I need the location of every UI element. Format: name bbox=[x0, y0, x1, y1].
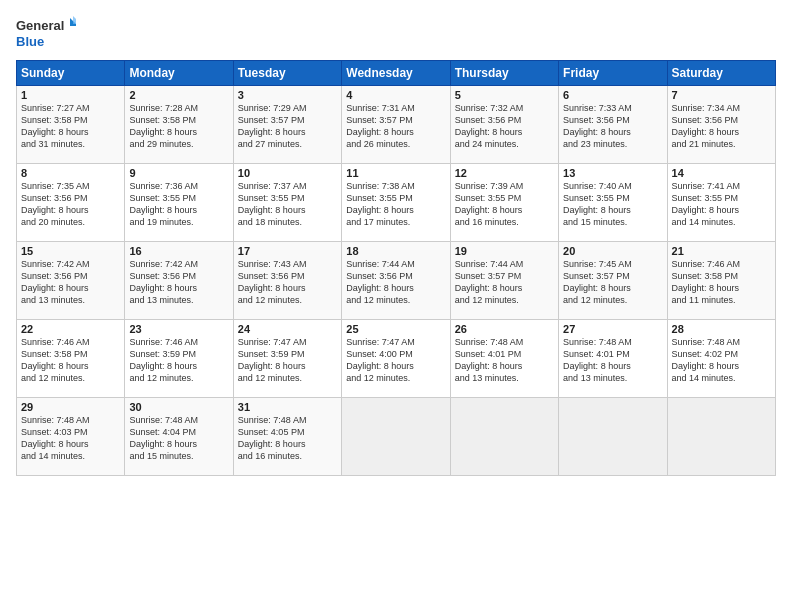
weekday-header: Saturday bbox=[667, 61, 775, 86]
calendar-cell: 26Sunrise: 7:48 AM Sunset: 4:01 PM Dayli… bbox=[450, 320, 558, 398]
day-info: Sunrise: 7:45 AM Sunset: 3:57 PM Dayligh… bbox=[563, 258, 662, 307]
calendar-cell: 21Sunrise: 7:46 AM Sunset: 3:58 PM Dayli… bbox=[667, 242, 775, 320]
day-number: 10 bbox=[238, 167, 337, 179]
day-info: Sunrise: 7:44 AM Sunset: 3:56 PM Dayligh… bbox=[346, 258, 445, 307]
calendar-cell: 22Sunrise: 7:46 AM Sunset: 3:58 PM Dayli… bbox=[17, 320, 125, 398]
day-number: 8 bbox=[21, 167, 120, 179]
day-number: 1 bbox=[21, 89, 120, 101]
day-number: 12 bbox=[455, 167, 554, 179]
day-number: 26 bbox=[455, 323, 554, 335]
calendar-cell: 10Sunrise: 7:37 AM Sunset: 3:55 PM Dayli… bbox=[233, 164, 341, 242]
day-number: 20 bbox=[563, 245, 662, 257]
day-number: 25 bbox=[346, 323, 445, 335]
day-info: Sunrise: 7:46 AM Sunset: 3:58 PM Dayligh… bbox=[672, 258, 771, 307]
day-number: 5 bbox=[455, 89, 554, 101]
logo: General Blue bbox=[16, 16, 76, 52]
calendar-week-row: 15Sunrise: 7:42 AM Sunset: 3:56 PM Dayli… bbox=[17, 242, 776, 320]
calendar-week-row: 1Sunrise: 7:27 AM Sunset: 3:58 PM Daylig… bbox=[17, 86, 776, 164]
day-number: 18 bbox=[346, 245, 445, 257]
day-number: 30 bbox=[129, 401, 228, 413]
weekday-header-row: SundayMondayTuesdayWednesdayThursdayFrid… bbox=[17, 61, 776, 86]
calendar-cell: 12Sunrise: 7:39 AM Sunset: 3:55 PM Dayli… bbox=[450, 164, 558, 242]
day-info: Sunrise: 7:40 AM Sunset: 3:55 PM Dayligh… bbox=[563, 180, 662, 229]
weekday-header: Monday bbox=[125, 61, 233, 86]
day-info: Sunrise: 7:27 AM Sunset: 3:58 PM Dayligh… bbox=[21, 102, 120, 151]
day-info: Sunrise: 7:28 AM Sunset: 3:58 PM Dayligh… bbox=[129, 102, 228, 151]
day-number: 7 bbox=[672, 89, 771, 101]
weekday-header: Sunday bbox=[17, 61, 125, 86]
calendar-cell: 23Sunrise: 7:46 AM Sunset: 3:59 PM Dayli… bbox=[125, 320, 233, 398]
calendar-cell: 19Sunrise: 7:44 AM Sunset: 3:57 PM Dayli… bbox=[450, 242, 558, 320]
weekday-header: Wednesday bbox=[342, 61, 450, 86]
page: General Blue SundayMondayTuesdayWednesda… bbox=[0, 0, 792, 612]
calendar-table: SundayMondayTuesdayWednesdayThursdayFrid… bbox=[16, 60, 776, 476]
logo-svg: General Blue bbox=[16, 16, 76, 52]
calendar-cell: 4Sunrise: 7:31 AM Sunset: 3:57 PM Daylig… bbox=[342, 86, 450, 164]
day-number: 22 bbox=[21, 323, 120, 335]
day-number: 27 bbox=[563, 323, 662, 335]
weekday-header: Thursday bbox=[450, 61, 558, 86]
calendar-cell: 29Sunrise: 7:48 AM Sunset: 4:03 PM Dayli… bbox=[17, 398, 125, 476]
calendar-cell: 17Sunrise: 7:43 AM Sunset: 3:56 PM Dayli… bbox=[233, 242, 341, 320]
day-number: 4 bbox=[346, 89, 445, 101]
day-info: Sunrise: 7:36 AM Sunset: 3:55 PM Dayligh… bbox=[129, 180, 228, 229]
svg-text:Blue: Blue bbox=[16, 34, 44, 49]
svg-marker-3 bbox=[73, 16, 76, 24]
day-number: 21 bbox=[672, 245, 771, 257]
day-info: Sunrise: 7:46 AM Sunset: 3:59 PM Dayligh… bbox=[129, 336, 228, 385]
day-number: 9 bbox=[129, 167, 228, 179]
day-info: Sunrise: 7:42 AM Sunset: 3:56 PM Dayligh… bbox=[21, 258, 120, 307]
calendar-cell: 13Sunrise: 7:40 AM Sunset: 3:55 PM Dayli… bbox=[559, 164, 667, 242]
day-number: 31 bbox=[238, 401, 337, 413]
calendar-cell: 14Sunrise: 7:41 AM Sunset: 3:55 PM Dayli… bbox=[667, 164, 775, 242]
calendar-cell bbox=[559, 398, 667, 476]
calendar-cell bbox=[342, 398, 450, 476]
calendar-week-row: 22Sunrise: 7:46 AM Sunset: 3:58 PM Dayli… bbox=[17, 320, 776, 398]
day-info: Sunrise: 7:47 AM Sunset: 4:00 PM Dayligh… bbox=[346, 336, 445, 385]
header: General Blue bbox=[16, 16, 776, 52]
calendar-cell: 2Sunrise: 7:28 AM Sunset: 3:58 PM Daylig… bbox=[125, 86, 233, 164]
calendar-cell: 30Sunrise: 7:48 AM Sunset: 4:04 PM Dayli… bbox=[125, 398, 233, 476]
day-number: 17 bbox=[238, 245, 337, 257]
day-number: 11 bbox=[346, 167, 445, 179]
day-number: 16 bbox=[129, 245, 228, 257]
calendar-cell: 1Sunrise: 7:27 AM Sunset: 3:58 PM Daylig… bbox=[17, 86, 125, 164]
day-info: Sunrise: 7:32 AM Sunset: 3:56 PM Dayligh… bbox=[455, 102, 554, 151]
calendar-cell: 15Sunrise: 7:42 AM Sunset: 3:56 PM Dayli… bbox=[17, 242, 125, 320]
weekday-header: Friday bbox=[559, 61, 667, 86]
calendar-cell: 25Sunrise: 7:47 AM Sunset: 4:00 PM Dayli… bbox=[342, 320, 450, 398]
calendar-cell: 16Sunrise: 7:42 AM Sunset: 3:56 PM Dayli… bbox=[125, 242, 233, 320]
day-number: 14 bbox=[672, 167, 771, 179]
day-info: Sunrise: 7:34 AM Sunset: 3:56 PM Dayligh… bbox=[672, 102, 771, 151]
calendar-week-row: 8Sunrise: 7:35 AM Sunset: 3:56 PM Daylig… bbox=[17, 164, 776, 242]
day-info: Sunrise: 7:46 AM Sunset: 3:58 PM Dayligh… bbox=[21, 336, 120, 385]
day-info: Sunrise: 7:39 AM Sunset: 3:55 PM Dayligh… bbox=[455, 180, 554, 229]
day-info: Sunrise: 7:37 AM Sunset: 3:55 PM Dayligh… bbox=[238, 180, 337, 229]
calendar-cell: 5Sunrise: 7:32 AM Sunset: 3:56 PM Daylig… bbox=[450, 86, 558, 164]
day-info: Sunrise: 7:35 AM Sunset: 3:56 PM Dayligh… bbox=[21, 180, 120, 229]
day-number: 2 bbox=[129, 89, 228, 101]
calendar-cell bbox=[667, 398, 775, 476]
day-info: Sunrise: 7:43 AM Sunset: 3:56 PM Dayligh… bbox=[238, 258, 337, 307]
calendar-cell: 28Sunrise: 7:48 AM Sunset: 4:02 PM Dayli… bbox=[667, 320, 775, 398]
day-number: 29 bbox=[21, 401, 120, 413]
day-info: Sunrise: 7:33 AM Sunset: 3:56 PM Dayligh… bbox=[563, 102, 662, 151]
day-info: Sunrise: 7:44 AM Sunset: 3:57 PM Dayligh… bbox=[455, 258, 554, 307]
day-number: 19 bbox=[455, 245, 554, 257]
weekday-header: Tuesday bbox=[233, 61, 341, 86]
calendar-cell: 11Sunrise: 7:38 AM Sunset: 3:55 PM Dayli… bbox=[342, 164, 450, 242]
day-number: 3 bbox=[238, 89, 337, 101]
calendar-cell bbox=[450, 398, 558, 476]
day-number: 13 bbox=[563, 167, 662, 179]
day-info: Sunrise: 7:41 AM Sunset: 3:55 PM Dayligh… bbox=[672, 180, 771, 229]
calendar-cell: 31Sunrise: 7:48 AM Sunset: 4:05 PM Dayli… bbox=[233, 398, 341, 476]
day-info: Sunrise: 7:29 AM Sunset: 3:57 PM Dayligh… bbox=[238, 102, 337, 151]
calendar-cell: 8Sunrise: 7:35 AM Sunset: 3:56 PM Daylig… bbox=[17, 164, 125, 242]
day-info: Sunrise: 7:48 AM Sunset: 4:04 PM Dayligh… bbox=[129, 414, 228, 463]
svg-text:General: General bbox=[16, 18, 64, 33]
calendar-cell: 18Sunrise: 7:44 AM Sunset: 3:56 PM Dayli… bbox=[342, 242, 450, 320]
calendar-cell: 20Sunrise: 7:45 AM Sunset: 3:57 PM Dayli… bbox=[559, 242, 667, 320]
day-number: 24 bbox=[238, 323, 337, 335]
calendar-cell: 6Sunrise: 7:33 AM Sunset: 3:56 PM Daylig… bbox=[559, 86, 667, 164]
calendar-cell: 3Sunrise: 7:29 AM Sunset: 3:57 PM Daylig… bbox=[233, 86, 341, 164]
